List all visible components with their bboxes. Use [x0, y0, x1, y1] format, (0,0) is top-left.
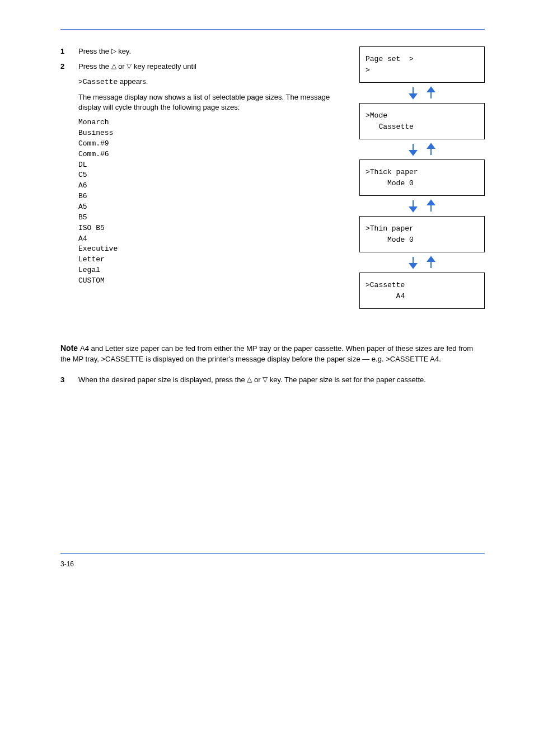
up-triangle-icon: △: [111, 63, 116, 69]
flow-diagram: Page set > > >Mode Cassette >Thick paper…: [359, 46, 485, 309]
step-number: 1: [60, 46, 78, 57]
down-arrow-icon: [409, 86, 418, 100]
flow-box: >Mode Cassette: [359, 103, 485, 139]
desc-text: The message display now shows a list of …: [78, 92, 345, 114]
up-arrow-icon: [427, 199, 435, 213]
flow-box: Page set > >: [359, 46, 485, 83]
up-arrow-icon: [427, 86, 435, 100]
down-triangle-icon: ▽: [127, 63, 132, 69]
step-number: 2: [60, 62, 78, 72]
down-arrow-icon: [409, 199, 418, 213]
step-text: Press the ▷ key.: [78, 46, 345, 57]
step-number: 3: [60, 375, 78, 386]
note: Note A4 and Letter size paper can be fed…: [60, 342, 485, 365]
up-arrow-icon: [427, 256, 435, 269]
step-text: Press the △ or ▽ key repeatedly until: [78, 62, 345, 72]
step-cont: >Cassette appears.: [78, 77, 345, 88]
step-text: When the desired paper size is displayed…: [78, 375, 485, 386]
down-arrow-icon: [409, 256, 418, 269]
down-triangle-icon: ▽: [263, 376, 268, 383]
up-triangle-icon: △: [247, 376, 252, 383]
down-arrow-icon: [409, 143, 418, 156]
flow-box: >Cassette A4: [359, 273, 485, 309]
page-number: 3-16: [60, 560, 485, 569]
flow-box: >Thick paper Mode 0: [359, 159, 485, 196]
right-triangle-icon: ▷: [111, 48, 116, 54]
flow-box: >Thin paper Mode 0: [359, 216, 485, 252]
size-list: Monarch Business Comm.#9 Comm.#6 DL C5 A…: [78, 118, 345, 287]
up-arrow-icon: [427, 143, 435, 156]
